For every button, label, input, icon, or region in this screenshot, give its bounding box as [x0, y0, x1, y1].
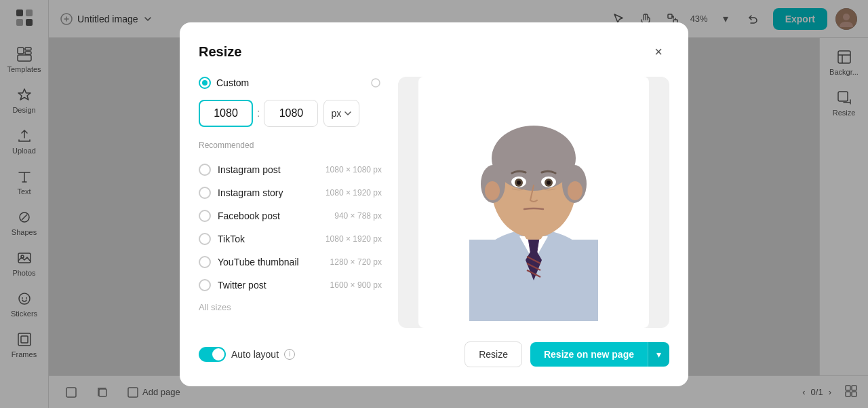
tiktok-label: TikTok	[218, 234, 319, 244]
custom-radio-inner	[202, 80, 208, 86]
instagram-story-size: 1080 × 1920 px	[326, 188, 382, 198]
recommended-label: Recommended	[199, 141, 382, 150]
svg-point-30	[372, 79, 380, 87]
resize-on-new-page-button[interactable]: Resize on new page	[530, 342, 648, 367]
auto-layout-section: Auto layout i	[199, 347, 456, 362]
preset-facebook-post[interactable]: Facebook post 940 × 788 px	[199, 204, 382, 227]
svg-point-42	[485, 181, 500, 200]
modal-body: Custom : px	[199, 77, 669, 328]
lock-icon[interactable]	[370, 77, 382, 89]
modal-overlay: Resize × Custom	[0, 0, 868, 408]
all-sizes-link[interactable]: All sizes	[199, 302, 382, 312]
auto-layout-toggle[interactable]	[199, 347, 226, 362]
youtube-thumbnail-size: 1280 × 720 px	[330, 257, 382, 267]
modal-footer: Auto layout i Resize Resize on new page …	[199, 341, 669, 367]
youtube-thumbnail-label: YouTube thumbnail	[218, 257, 323, 267]
unit-label: px	[331, 108, 341, 119]
facebook-post-label: Facebook post	[218, 210, 328, 221]
instagram-story-label: Instagram story	[218, 187, 319, 198]
twitter-post-radio	[199, 279, 211, 291]
modal-close-button[interactable]: ×	[648, 41, 669, 63]
dimension-separator: :	[257, 107, 260, 119]
twitter-post-size: 1600 × 900 px	[330, 280, 382, 290]
svg-point-49	[547, 181, 551, 185]
instagram-story-radio	[199, 187, 211, 199]
tiktok-size: 1080 × 1920 px	[326, 234, 382, 244]
toggle-thumb	[212, 348, 224, 360]
resize-button[interactable]: Resize	[465, 341, 522, 367]
preset-instagram-story[interactable]: Instagram story 1080 × 1920 px	[199, 181, 382, 204]
auto-layout-label: Auto layout	[231, 349, 279, 360]
facebook-post-size: 940 × 788 px	[334, 211, 382, 221]
unit-selector[interactable]: px	[323, 100, 359, 127]
dimension-inputs: : px	[199, 100, 382, 127]
resize-options-panel: Custom : px	[199, 77, 382, 328]
instagram-post-label: Instagram post	[218, 164, 319, 175]
custom-option-row: Custom	[199, 77, 382, 89]
preset-youtube-thumbnail[interactable]: YouTube thumbnail 1280 × 720 px	[199, 251, 382, 274]
facebook-post-radio	[199, 210, 211, 222]
tiktok-radio	[199, 233, 211, 245]
preview-canvas	[418, 77, 649, 328]
youtube-thumbnail-radio	[199, 256, 211, 268]
custom-radio-button[interactable]	[199, 77, 211, 89]
resize-on-new-page-group: Resize on new page ▾	[530, 342, 669, 367]
instagram-post-radio	[199, 164, 211, 176]
resize-new-chevron-icon: ▾	[656, 349, 661, 360]
unit-chevron-icon	[344, 109, 352, 117]
resize-on-new-page-dropdown[interactable]: ▾	[648, 342, 669, 367]
height-input[interactable]	[264, 100, 318, 127]
preset-tiktok[interactable]: TikTok 1080 × 1920 px	[199, 227, 382, 251]
resize-preview	[398, 77, 669, 328]
preset-twitter-post[interactable]: Twitter post 1600 × 900 px	[199, 274, 382, 297]
preset-list: Instagram post 1080 × 1080 px Instagram …	[199, 158, 382, 297]
preview-image	[432, 84, 635, 321]
auto-layout-info-icon[interactable]: i	[284, 349, 295, 360]
width-input[interactable]	[199, 100, 253, 127]
resize-modal: Resize × Custom	[180, 22, 688, 386]
svg-point-43	[568, 181, 583, 200]
modal-header: Resize ×	[199, 41, 669, 63]
twitter-post-label: Twitter post	[218, 280, 323, 291]
modal-title: Resize	[199, 44, 241, 60]
preset-instagram-post[interactable]: Instagram post 1080 × 1080 px	[199, 158, 382, 181]
custom-label: Custom	[216, 77, 364, 88]
svg-point-48	[517, 181, 521, 185]
instagram-post-size: 1080 × 1080 px	[326, 165, 382, 174]
